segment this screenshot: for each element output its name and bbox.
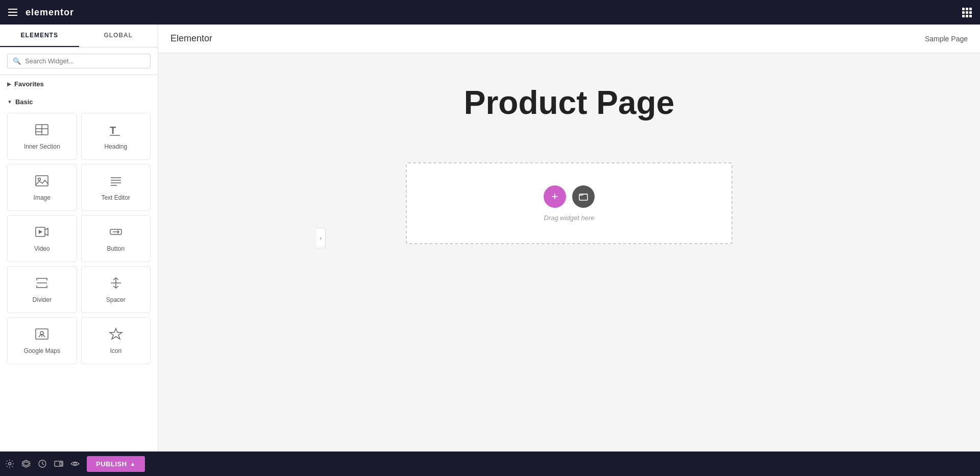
- eye-icon[interactable]: [70, 459, 80, 468]
- button-label: Button: [107, 245, 125, 252]
- add-widget-button[interactable]: +: [544, 185, 566, 208]
- canvas-topbar: Elementor Sample Page: [158, 25, 980, 53]
- google-maps-icon: [35, 327, 49, 343]
- basic-arrow-icon: ▼: [7, 99, 12, 105]
- widget-inner-section[interactable]: Inner Section: [7, 113, 77, 160]
- apps-icon[interactable]: [962, 8, 972, 17]
- top-bar: elementor: [0, 0, 980, 25]
- top-bar-left: elementor: [8, 7, 74, 18]
- sidebar-tabs: ELEMENTS GLOBAL: [0, 25, 158, 47]
- history-icon[interactable]: [38, 459, 47, 468]
- svg-point-24: [9, 463, 11, 465]
- widget-heading[interactable]: T Heading: [81, 113, 151, 160]
- widget-image[interactable]: Image: [7, 164, 77, 211]
- template-button[interactable]: [572, 185, 595, 208]
- svg-marker-22: [110, 328, 122, 339]
- layers-icon[interactable]: [21, 459, 31, 468]
- divider-label: Divider: [33, 296, 52, 303]
- widget-divider[interactable]: Divider: [7, 266, 77, 313]
- search-icon: 🔍: [13, 57, 21, 65]
- spacer-label: Spacer: [106, 296, 126, 303]
- drop-zone[interactable]: + Drag widget here: [406, 162, 732, 244]
- publish-button[interactable]: PUBLISH ▲: [87, 456, 145, 472]
- spacer-icon: [109, 276, 123, 292]
- inner-section-label: Inner Section: [24, 143, 60, 150]
- heading-label: Heading: [104, 143, 127, 150]
- svg-rect-27: [60, 462, 62, 465]
- svg-point-28: [74, 463, 77, 465]
- sidebar: ELEMENTS GLOBAL 🔍 ▶ Favorites ▼ Basic: [0, 25, 158, 451]
- widgets-grid: Inner Section T Heading Image: [0, 111, 158, 366]
- search-box: 🔍: [7, 54, 151, 68]
- google-maps-label: Google Maps: [24, 347, 60, 354]
- canvas-content: Product Page + Drag widget here: [158, 53, 980, 451]
- tab-elements[interactable]: ELEMENTS: [0, 25, 79, 47]
- page-title: Product Page: [464, 84, 675, 122]
- hamburger-icon[interactable]: [8, 9, 17, 16]
- widget-video[interactable]: Video: [7, 215, 77, 262]
- elementor-logo: elementor: [26, 7, 74, 18]
- text-editor-label: Text Editor: [101, 194, 130, 201]
- widget-spacer[interactable]: Spacer: [81, 266, 151, 313]
- publish-chevron-icon: ▲: [130, 461, 136, 467]
- heading-icon: T: [109, 123, 123, 139]
- widget-text-editor[interactable]: Text Editor: [81, 164, 151, 211]
- settings-icon[interactable]: [5, 459, 14, 468]
- bottom-toolbar: PUBLISH ▲: [0, 451, 980, 476]
- icon-widget-icon: [109, 327, 123, 343]
- widget-google-maps[interactable]: Google Maps: [7, 317, 77, 364]
- divider-icon: [35, 276, 49, 292]
- responsive-icon[interactable]: [54, 459, 63, 468]
- widget-button[interactable]: Button: [81, 215, 151, 262]
- svg-rect-6: [36, 176, 48, 186]
- canvas-logo: Elementor: [170, 33, 212, 44]
- tab-global[interactable]: GLOBAL: [79, 25, 158, 47]
- search-container: 🔍: [0, 47, 158, 75]
- drop-zone-buttons: +: [544, 185, 595, 208]
- drop-zone-text: Drag widget here: [544, 214, 595, 222]
- image-icon: [35, 174, 49, 190]
- widget-icon[interactable]: Icon: [81, 317, 151, 364]
- video-label: Video: [34, 245, 50, 252]
- text-editor-icon: [109, 174, 123, 190]
- publish-label: PUBLISH: [96, 460, 127, 468]
- svg-point-20: [40, 331, 43, 335]
- svg-marker-13: [39, 230, 42, 234]
- collapse-handle[interactable]: ‹: [316, 228, 326, 248]
- svg-rect-19: [36, 329, 48, 339]
- basic-label: Basic: [15, 98, 33, 106]
- search-input[interactable]: [25, 57, 145, 65]
- favorites-label: Favorites: [14, 80, 44, 88]
- favorites-arrow-icon: ▶: [7, 81, 11, 87]
- inner-section-icon: [35, 123, 49, 139]
- main-layout: ELEMENTS GLOBAL 🔍 ▶ Favorites ▼ Basic: [0, 25, 980, 451]
- image-label: Image: [34, 194, 51, 201]
- svg-text:T: T: [110, 125, 116, 136]
- icon-label: Icon: [110, 347, 121, 354]
- svg-point-7: [38, 178, 41, 181]
- canvas-area: Elementor Sample Page Product Page + Dra…: [158, 25, 980, 451]
- video-icon: [35, 225, 49, 241]
- canvas-page-name: Sample Page: [925, 35, 968, 43]
- basic-section-header[interactable]: ▼ Basic: [0, 93, 158, 111]
- favorites-section-header[interactable]: ▶ Favorites: [0, 75, 158, 93]
- button-icon: [109, 225, 123, 241]
